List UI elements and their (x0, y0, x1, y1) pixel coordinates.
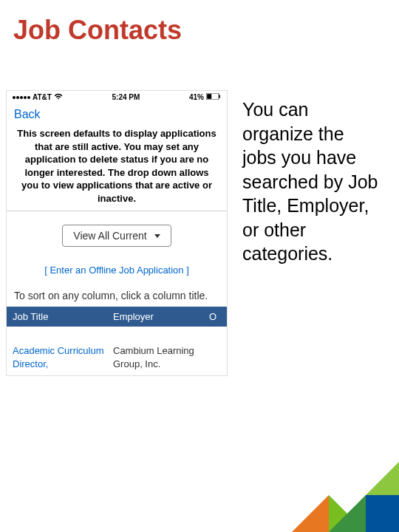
svg-rect-6 (366, 495, 399, 532)
svg-rect-1 (207, 94, 211, 99)
carrier-label: AT&T (33, 93, 52, 101)
signal-icon (13, 96, 30, 99)
battery-icon (206, 93, 221, 101)
svg-rect-2 (219, 95, 220, 98)
status-time: 5:24 PM (112, 93, 140, 101)
status-left: AT&T (13, 93, 63, 101)
column-header-job-title[interactable]: Job Title (7, 311, 110, 322)
dropdown-label: View All Current (73, 230, 146, 242)
employer-cell: Cambium Learning Group, Inc. (110, 344, 206, 370)
battery-label: 41% (189, 93, 204, 101)
description-text: You can organize the jobs you have searc… (228, 90, 386, 376)
job-title-cell[interactable]: Academic Curriculum Director, (7, 344, 110, 370)
wifi-icon (54, 93, 63, 101)
decorative-graphic (251, 421, 399, 532)
phone-screenshot: AT&T 5:24 PM 41% Back This screen defaul… (6, 90, 228, 376)
column-header-employer[interactable]: Employer (110, 311, 206, 322)
sort-hint: To sort on any column, click a column ti… (7, 289, 227, 307)
table-row: Academic Curriculum Director, Cambium Le… (7, 327, 227, 375)
table-header: Job Title Employer O (7, 307, 227, 327)
status-right: 41% (189, 93, 221, 101)
chevron-down-icon (154, 234, 160, 238)
status-bar: AT&T 5:24 PM 41% (7, 91, 227, 103)
back-link[interactable]: Back (7, 103, 227, 124)
slide-title: Job Contacts (0, 0, 399, 46)
dropdown-area: View All Current (7, 211, 227, 257)
column-header-other[interactable]: O (206, 311, 227, 322)
view-dropdown[interactable]: View All Current (62, 225, 171, 247)
content-area: AT&T 5:24 PM 41% Back This screen defaul… (0, 90, 399, 376)
info-text: This screen defaults to display applicat… (7, 124, 227, 211)
svg-marker-7 (366, 462, 399, 495)
svg-marker-3 (292, 495, 329, 532)
offline-application-link[interactable]: [ Enter an Offline Job Application ] (7, 257, 227, 289)
